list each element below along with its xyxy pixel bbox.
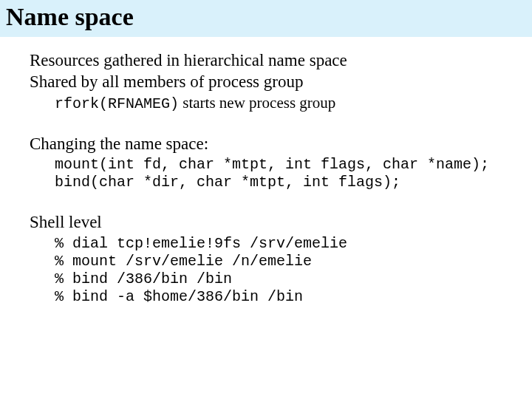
bullet-resources: Resources gathered in hierarchical name … (30, 50, 532, 72)
heading-shell: Shell level (30, 212, 532, 233)
heading-changing: Changing the name space: (30, 134, 532, 155)
code-bind: bind(char *dir, char *mtpt, int flags); (30, 174, 532, 191)
slide: Name space Resources gathered in hierarc… (0, 0, 532, 399)
bullet-rfork: rfork(RFNAMEG) starts new process group (30, 93, 532, 113)
slide-body: Resources gathered in hierarchical name … (0, 37, 532, 306)
code-mount: mount(int fd, char *mtpt, int flags, cha… (30, 156, 532, 174)
bullet-shared: Shared by all members of process group (30, 72, 532, 93)
title-bar: Name space (0, 0, 532, 37)
code-rfork: rfork(RFNAMEG) (55, 95, 179, 112)
shell-commands: % dial tcp!emelie!9fs /srv/emelie % moun… (30, 235, 532, 306)
slide-title: Name space (6, 3, 526, 31)
text-rfork-tail: starts new process group (179, 94, 335, 112)
